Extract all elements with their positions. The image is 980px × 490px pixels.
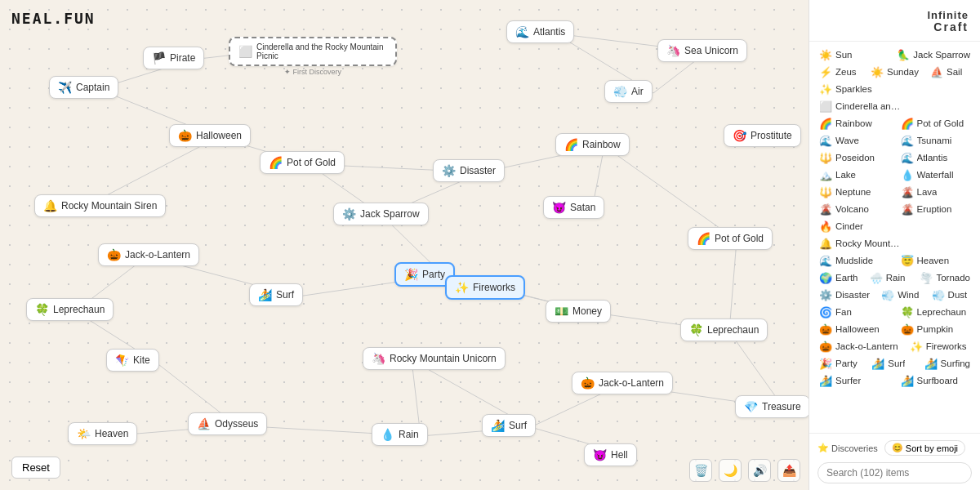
node-sea_unicorn[interactable]: 🦄Sea Unicorn bbox=[657, 39, 747, 62]
sidebar-item-pumpkin[interactable]: 🎃Pumpkin bbox=[896, 321, 976, 338]
sidebar-item-label: Wave bbox=[835, 136, 859, 145]
node-leprechaun_1[interactable]: 🍀Leprechaun bbox=[26, 298, 114, 321]
node-odysseus[interactable]: ⛵Odysseus bbox=[188, 412, 267, 435]
sidebar-item-leprechaun[interactable]: 🍀Leprechaun bbox=[896, 304, 976, 321]
node-atlantis_top[interactable]: 🌊Atlantis bbox=[506, 20, 574, 43]
sidebar-item-cinder[interactable]: 🔥Cinder bbox=[814, 218, 975, 235]
node-jack_o_lantern_2[interactable]: 🎃Jack-o-Lantern bbox=[572, 372, 673, 394]
sidebar-item-label: Tornado bbox=[936, 273, 970, 283]
sidebar-row-10: 🔥Cinder bbox=[809, 218, 980, 235]
sidebar-item-fan[interactable]: 🌀Fan bbox=[814, 304, 894, 321]
sidebar-item-tornado[interactable]: 🌪️Tornado bbox=[915, 270, 975, 287]
sidebar-item-sparkles[interactable]: ✨Sparkles bbox=[814, 81, 975, 98]
sidebar-item-heaven[interactable]: 😇Heaven bbox=[896, 252, 976, 270]
node-jack_sparrow[interactable]: ⚙️Jack Sparrow bbox=[333, 203, 429, 225]
node-jack_o_lantern_1[interactable]: 🎃Jack-o-Lantern bbox=[98, 243, 199, 266]
reset-button[interactable]: Reset bbox=[11, 457, 60, 479]
sidebar-item-waterfall[interactable]: 💧Waterfall bbox=[896, 167, 976, 184]
node-label-halloween: Halloween bbox=[196, 130, 242, 141]
share-icon[interactable]: 📤 bbox=[777, 459, 800, 482]
sidebar-item-surfboard[interactable]: 🏄Surfboard bbox=[896, 372, 976, 390]
node-pot_of_gold_1[interactable]: 🌈Pot of Gold bbox=[260, 151, 345, 174]
sidebar-item-dust[interactable]: 💨Dust bbox=[927, 287, 975, 304]
discoveries-button[interactable]: ⭐ Discoveries bbox=[817, 443, 878, 453]
sidebar-item-poseidon[interactable]: 🔱Poseidon bbox=[814, 149, 894, 167]
sidebar-item-halloween[interactable]: 🎃Halloween bbox=[814, 321, 894, 338]
sidebar-item-atlantis[interactable]: 🌊Atlantis bbox=[896, 149, 976, 167]
search-input[interactable] bbox=[817, 462, 972, 483]
node-captain[interactable]: ✈️Captain bbox=[49, 76, 118, 99]
node-rain[interactable]: 💧Rain bbox=[372, 423, 428, 446]
sidebar-item-eruption[interactable]: 🌋Eruption bbox=[896, 201, 976, 218]
logo: NEAL.FUN bbox=[11, 10, 96, 27]
node-satan[interactable]: 😈Satan bbox=[543, 196, 604, 219]
node-icon-pot_of_gold_2: 🌈 bbox=[697, 232, 710, 245]
node-treasure[interactable]: 💎Treasure bbox=[735, 395, 808, 418]
node-rocky_mountain_unicorn[interactable]: 🦄Rocky Mountain Unicorn bbox=[363, 347, 506, 370]
sidebar-item-label: Earth bbox=[835, 273, 858, 283]
sidebar-item-wave[interactable]: 🌊Wave bbox=[814, 132, 894, 149]
sidebar-item-neptune[interactable]: 🔱Neptune bbox=[814, 184, 894, 201]
node-air[interactable]: 💨Air bbox=[604, 80, 653, 103]
node-hell[interactable]: 😈Hell bbox=[584, 443, 637, 466]
node-label-jack_o_lantern_1: Jack-o-Lantern bbox=[125, 249, 190, 261]
sidebar-item-party[interactable]: 🎉Party bbox=[814, 355, 865, 372]
node-kite[interactable]: 🪁Kite bbox=[106, 349, 159, 372]
sidebar-item-label: Surf bbox=[888, 359, 905, 368]
sidebar-item-icon: 🌍 bbox=[819, 272, 832, 284]
node-surf_1[interactable]: 🏄Surf bbox=[249, 283, 303, 306]
sidebar-item-icon: 🌈 bbox=[901, 118, 914, 130]
node-halloween[interactable]: 🎃Halloween bbox=[169, 124, 251, 147]
sort-button[interactable]: 😊 Sort by emoji bbox=[884, 440, 965, 456]
node-cinderella[interactable]: ⬜Cinderella and the Rocky Mountain Picni… bbox=[229, 37, 397, 66]
sidebar-item-surfing[interactable]: 🏄Surfing bbox=[920, 355, 975, 372]
sidebar-item-disaster[interactable]: ⚙️Disaster bbox=[814, 287, 875, 304]
node-heaven[interactable]: 🌤️Heaven bbox=[68, 422, 137, 445]
sidebar-item-rocky-mountain-siren[interactable]: 🔔Rocky Mountain Siren bbox=[814, 235, 975, 252]
sidebar-row-17: 🎃Jack-o-Lantern✨Fireworks bbox=[809, 338, 980, 355]
sidebar-row-8: 🔱Neptune🌋Lava bbox=[809, 184, 980, 201]
sidebar-item-rain[interactable]: 🌧️Rain bbox=[865, 270, 914, 287]
sidebar-item-volcano[interactable]: 🌋Volcano bbox=[814, 201, 894, 218]
sidebar-item-rainbow[interactable]: 🌈Rainbow bbox=[814, 115, 894, 132]
delete-icon[interactable]: 🗑️ bbox=[689, 459, 712, 482]
sidebar-item-jack-sparrow[interactable]: 🦜Jack Sparrow bbox=[892, 47, 975, 64]
sidebar-item-cinderella-and-the-rocky-mountain-picnic[interactable]: ⬜Cinderella and the Rocky Mountain Picni… bbox=[814, 98, 975, 115]
sidebar-item-sun[interactable]: ☀️Sun bbox=[814, 47, 890, 64]
main-canvas[interactable]: NEAL.FUN Reset 🗑️ 🌙 🔊 📤 🏴Pirate⬜Cinderel… bbox=[0, 0, 808, 490]
sidebar-item-icon: 💧 bbox=[901, 169, 914, 181]
sidebar-item-pot-of-gold[interactable]: 🌈Pot of Gold bbox=[896, 115, 976, 132]
node-label-leprechaun_2: Leprechaun bbox=[707, 324, 759, 336]
sidebar-item-mudslide[interactable]: 🌊Mudslide bbox=[814, 252, 894, 270]
node-icon-fireworks: ✨ bbox=[455, 281, 469, 294]
sidebar-item-lake[interactable]: 🏔️Lake bbox=[814, 167, 894, 184]
sidebar-item-lava[interactable]: 🌋Lava bbox=[896, 184, 976, 201]
node-rocky_mountain_siren[interactable]: 🔔Rocky Mountain Siren bbox=[34, 194, 166, 217]
node-pirate[interactable]: 🏴Pirate bbox=[143, 47, 204, 69]
sidebar-item-zeus[interactable]: ⚡Zeus bbox=[814, 64, 864, 81]
node-prostitute[interactable]: 🎯Prostitute bbox=[724, 124, 801, 147]
sidebar-item-earth[interactable]: 🌍Earth bbox=[814, 270, 863, 287]
sidebar-item-surf[interactable]: 🏄Surf bbox=[866, 355, 917, 372]
sidebar-item-fireworks[interactable]: ✨Fireworks bbox=[905, 338, 975, 355]
node-leprechaun_2[interactable]: 🍀Leprechaun bbox=[680, 318, 768, 341]
sidebar-item-surfer[interactable]: 🏄Surfer bbox=[814, 372, 894, 390]
sidebar-item-sail[interactable]: ⛵Sail bbox=[925, 64, 975, 81]
node-rainbow[interactable]: 🌈Rainbow bbox=[555, 133, 630, 156]
sidebar-item-jack-o-lantern[interactable]: 🎃Jack-o-Lantern bbox=[814, 338, 903, 355]
volume-icon[interactable]: 🔊 bbox=[748, 459, 771, 482]
node-money[interactable]: 💵Money bbox=[546, 300, 611, 323]
sidebar-item-label: Heaven bbox=[917, 256, 950, 265]
sidebar-item-label: Eruption bbox=[917, 204, 952, 214]
node-surf_2[interactable]: 🏄Surf bbox=[482, 414, 536, 437]
node-fireworks[interactable]: ✨Fireworks bbox=[445, 275, 525, 300]
node-label-sea_unicorn: Sea Unicorn bbox=[684, 45, 738, 56]
node-pot_of_gold_2[interactable]: 🌈Pot of Gold bbox=[688, 227, 773, 250]
sidebar-item-sunday[interactable]: ☀️Sunday bbox=[866, 64, 924, 81]
moon-icon[interactable]: 🌙 bbox=[719, 459, 742, 482]
sidebar-item-tsunami[interactable]: 🌊Tsunami bbox=[896, 132, 976, 149]
sidebar-item-wind[interactable]: 💨Wind bbox=[876, 287, 924, 304]
sidebar-item-icon: 🏔️ bbox=[819, 169, 832, 181]
sidebar-item-label: Mudslide bbox=[835, 256, 873, 265]
node-disaster[interactable]: ⚙️Disaster bbox=[433, 159, 505, 182]
